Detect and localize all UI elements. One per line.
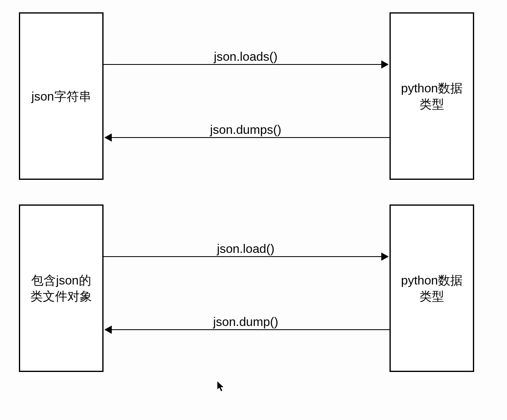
box-json-file-object: 包含json的类文件对象 [19, 204, 104, 372]
arrow-label-load: json.load() [215, 242, 276, 256]
arrow-label-dump: json.dump() [212, 315, 280, 329]
box-label: 包含json的类文件对象 [30, 272, 92, 304]
box-json-string: json字符串 [19, 12, 104, 180]
arrow-label-dumps: json.dumps() [208, 123, 283, 137]
box-python-type-bottom: python数据类型 [389, 204, 474, 372]
arrow-line-dumps [112, 137, 389, 138]
arrowhead-right-icon [381, 60, 389, 69]
box-label: json字符串 [31, 88, 91, 104]
box-python-type-top: python数据类型 [389, 12, 474, 180]
arrowhead-left-icon [104, 133, 112, 142]
arrowhead-right-icon [381, 252, 389, 261]
arrow-line-dump [112, 329, 389, 330]
arrow-line-loads [104, 64, 381, 65]
arrow-label-loads: json.loads() [212, 50, 279, 64]
arrowhead-left-icon [104, 326, 112, 334]
box-label: python数据类型 [401, 80, 463, 112]
arrow-line-load [104, 256, 381, 257]
box-label: python数据类型 [401, 272, 463, 304]
cursor-icon [217, 381, 224, 394]
